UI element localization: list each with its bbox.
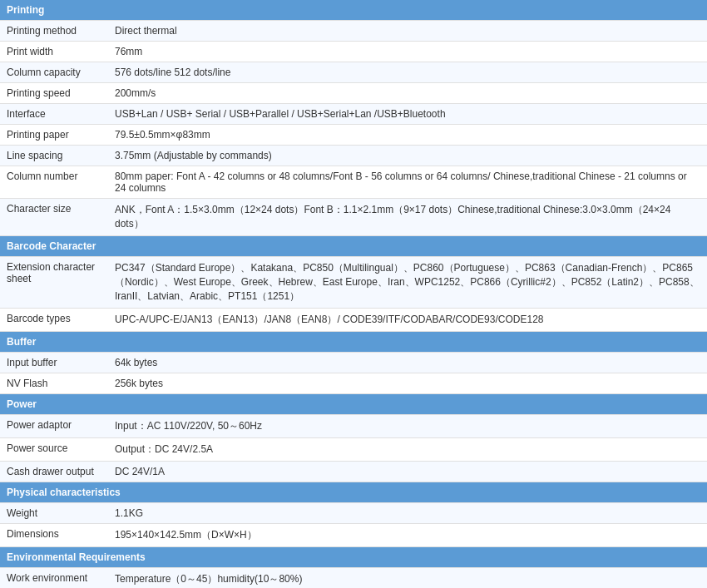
section-header-2: Buffer <box>0 332 707 353</box>
row-value: Direct thermal <box>108 21 707 42</box>
row-label: Column capacity <box>0 62 108 83</box>
section-title-3: Power <box>0 394 707 415</box>
row-value: 1.1KG <box>108 503 707 524</box>
table-row: Printing methodDirect thermal <box>0 21 707 42</box>
section-header-4: Physical characteristics <box>0 482 707 503</box>
row-label: Character size <box>0 199 108 236</box>
table-row: Printing paper79.5±0.5mm×φ83mm <box>0 125 707 146</box>
row-label: Print width <box>0 42 108 62</box>
row-value: 79.5±0.5mm×φ83mm <box>108 125 707 146</box>
table-row: Weight1.1KG <box>0 503 707 524</box>
row-label: Interface <box>0 104 108 125</box>
row-value: 3.75mm (Adjustable by commands) <box>108 146 707 166</box>
row-value: Input：AC 110V/220V, 50～60Hz <box>108 415 707 438</box>
row-value: 195×140×142.5mm（D×W×H） <box>108 524 707 547</box>
row-value: ANK，Font A：1.5×3.0mm（12×24 dots）Font B：1… <box>108 199 707 236</box>
row-label: Column number <box>0 166 108 199</box>
table-row: NV Flash256k bytes <box>0 373 707 394</box>
row-label: Barcode types <box>0 309 108 332</box>
row-value: Temperature（0～45）humidity(10～80%) <box>108 568 707 589</box>
row-label: Line spacing <box>0 146 108 166</box>
row-value: 256k bytes <box>108 373 707 394</box>
table-row: Work environmentTemperature（0～45）humidit… <box>0 568 707 589</box>
section-title-5: Environmental Requirements <box>0 547 707 568</box>
row-value: PC347（Standard Europe）、Katakana、PC850（Mu… <box>108 257 707 309</box>
table-row: Character sizeANK，Font A：1.5×3.0mm（12×24… <box>0 199 707 236</box>
row-label: Extension character sheet <box>0 257 108 309</box>
table-row: Power sourceOutput：DC 24V/2.5A <box>0 438 707 462</box>
row-value: 80mm paper: Font A - 42 columns or 48 co… <box>108 166 707 199</box>
section-title-2: Buffer <box>0 332 707 353</box>
section-header-3: Power <box>0 394 707 415</box>
table-row: Power adaptorInput：AC 110V/220V, 50～60Hz <box>0 415 707 438</box>
row-label: Dimensions <box>0 524 108 547</box>
table-row: Column number80mm paper: Font A - 42 col… <box>0 166 707 199</box>
row-value: 576 dots/line 512 dots/line <box>108 62 707 83</box>
table-row: Printing speed200mm/s <box>0 83 707 104</box>
row-value: 76mm <box>108 42 707 62</box>
spec-table: PrintingPrinting methodDirect thermalPri… <box>0 0 707 588</box>
table-row: Line spacing3.75mm (Adjustable by comman… <box>0 146 707 166</box>
row-label: Input buffer <box>0 353 108 373</box>
section-title-4: Physical characteristics <box>0 482 707 503</box>
row-label: Power source <box>0 438 108 462</box>
row-label: Printing method <box>0 21 108 42</box>
section-header-0: Printing <box>0 0 707 21</box>
table-row: Cash drawer outputDC 24V/1A <box>0 462 707 482</box>
row-label: Weight <box>0 503 108 524</box>
row-label: Work environment <box>0 568 108 589</box>
row-value: 64k bytes <box>108 353 707 373</box>
table-row: InterfaceUSB+Lan / USB+ Serial / USB+Par… <box>0 104 707 125</box>
row-label: Cash drawer output <box>0 462 108 482</box>
section-title-1: Barcode Character <box>0 236 707 257</box>
row-value: UPC-A/UPC-E/JAN13（EAN13）/JAN8（EAN8）/ COD… <box>108 309 707 332</box>
section-title-0: Printing <box>0 0 707 21</box>
row-value: 200mm/s <box>108 83 707 104</box>
table-row: Dimensions195×140×142.5mm（D×W×H） <box>0 524 707 547</box>
row-label: Printing speed <box>0 83 108 104</box>
table-row: Input buffer64k bytes <box>0 353 707 373</box>
section-header-1: Barcode Character <box>0 236 707 257</box>
row-label: NV Flash <box>0 373 108 394</box>
table-row: Print width76mm <box>0 42 707 62</box>
table-row: Extension character sheetPC347（Standard … <box>0 257 707 309</box>
row-value: Output：DC 24V/2.5A <box>108 438 707 462</box>
row-value: USB+Lan / USB+ Serial / USB+Parallel / U… <box>108 104 707 125</box>
section-header-5: Environmental Requirements <box>0 547 707 568</box>
row-value: DC 24V/1A <box>108 462 707 482</box>
row-label: Printing paper <box>0 125 108 146</box>
row-label: Power adaptor <box>0 415 108 438</box>
table-row: Column capacity576 dots/line 512 dots/li… <box>0 62 707 83</box>
table-row: Barcode typesUPC-A/UPC-E/JAN13（EAN13）/JA… <box>0 309 707 332</box>
